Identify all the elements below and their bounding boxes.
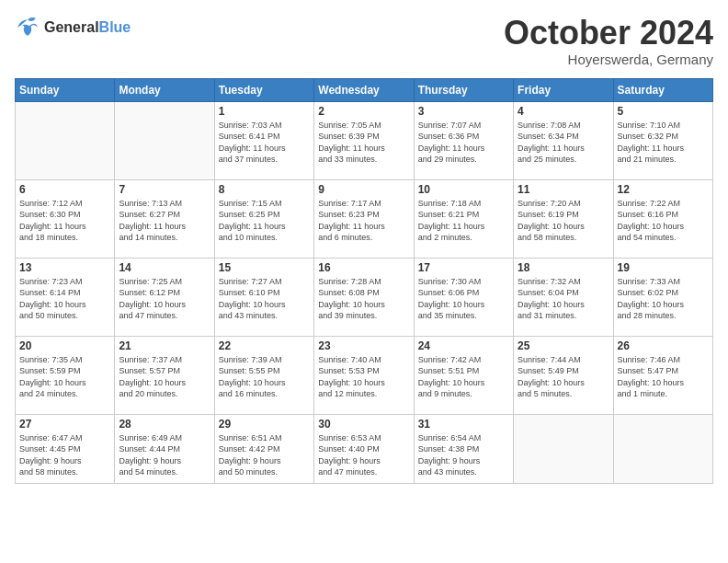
- calendar-cell: 15Sunrise: 7:27 AMSunset: 6:10 PMDayligh…: [214, 258, 313, 336]
- calendar-week-3: 13Sunrise: 7:23 AMSunset: 6:14 PMDayligh…: [16, 258, 713, 336]
- header: GeneralBlue October 2024 Hoyerswerda, Ge…: [15, 15, 713, 67]
- day-info: Sunrise: 7:05 AMSunset: 6:39 PMDaylight:…: [318, 120, 409, 166]
- calendar-cell: 17Sunrise: 7:30 AMSunset: 6:06 PMDayligh…: [414, 258, 513, 336]
- day-number: 20: [19, 339, 110, 352]
- day-number: 9: [318, 183, 409, 196]
- day-number: 31: [418, 418, 509, 431]
- day-info: Sunrise: 6:49 AMSunset: 4:44 PMDaylight:…: [119, 432, 210, 478]
- day-info: Sunrise: 7:44 AMSunset: 5:49 PMDaylight:…: [518, 354, 609, 400]
- day-info: Sunrise: 7:28 AMSunset: 6:08 PMDaylight:…: [318, 276, 409, 322]
- col-monday: Monday: [115, 78, 214, 101]
- calendar-cell: 12Sunrise: 7:22 AMSunset: 6:16 PMDayligh…: [613, 179, 712, 258]
- day-info: Sunrise: 7:40 AMSunset: 5:53 PMDaylight:…: [318, 354, 409, 400]
- calendar-cell: 8Sunrise: 7:15 AMSunset: 6:25 PMDaylight…: [214, 179, 313, 258]
- location: Hoyerswerda, Germany: [504, 52, 713, 67]
- col-thursday: Thursday: [414, 78, 513, 101]
- calendar-week-5: 27Sunrise: 6:47 AMSunset: 4:45 PMDayligh…: [16, 414, 713, 483]
- day-number: 5: [618, 105, 709, 118]
- day-info: Sunrise: 6:53 AMSunset: 4:40 PMDaylight:…: [318, 432, 409, 478]
- calendar-cell: 24Sunrise: 7:42 AMSunset: 5:51 PMDayligh…: [414, 336, 513, 414]
- calendar-cell: 25Sunrise: 7:44 AMSunset: 5:49 PMDayligh…: [514, 336, 613, 414]
- header-row: Sunday Monday Tuesday Wednesday Thursday…: [16, 78, 713, 101]
- day-number: 13: [19, 261, 110, 274]
- day-number: 27: [19, 418, 110, 431]
- day-number: 15: [219, 261, 310, 274]
- day-info: Sunrise: 6:47 AMSunset: 4:45 PMDaylight:…: [19, 432, 110, 478]
- logo-icon: [15, 15, 40, 40]
- calendar-cell: 4Sunrise: 7:08 AMSunset: 6:34 PMDaylight…: [514, 101, 613, 179]
- day-info: Sunrise: 7:07 AMSunset: 6:36 PMDaylight:…: [418, 120, 509, 166]
- calendar-body: 1Sunrise: 7:03 AMSunset: 6:41 PMDaylight…: [16, 101, 713, 483]
- day-number: 24: [418, 339, 509, 352]
- col-saturday: Saturday: [613, 78, 712, 101]
- col-wednesday: Wednesday: [314, 78, 414, 101]
- day-number: 8: [219, 183, 310, 196]
- day-number: 21: [119, 339, 210, 352]
- calendar-cell: 23Sunrise: 7:40 AMSunset: 5:53 PMDayligh…: [314, 336, 414, 414]
- calendar-cell: 28Sunrise: 6:49 AMSunset: 4:44 PMDayligh…: [115, 414, 214, 483]
- calendar-week-4: 20Sunrise: 7:35 AMSunset: 5:59 PMDayligh…: [16, 336, 713, 414]
- day-number: 28: [119, 418, 210, 431]
- calendar-cell: 6Sunrise: 7:12 AMSunset: 6:30 PMDaylight…: [16, 179, 115, 258]
- day-number: 17: [418, 261, 509, 274]
- day-info: Sunrise: 7:18 AMSunset: 6:21 PMDaylight:…: [418, 198, 509, 244]
- day-info: Sunrise: 7:15 AMSunset: 6:25 PMDaylight:…: [219, 198, 310, 244]
- calendar-cell: [115, 101, 214, 179]
- col-sunday: Sunday: [16, 78, 115, 101]
- day-number: 16: [318, 261, 409, 274]
- calendar-cell: 9Sunrise: 7:17 AMSunset: 6:23 PMDaylight…: [314, 179, 414, 258]
- day-info: Sunrise: 7:27 AMSunset: 6:10 PMDaylight:…: [219, 276, 310, 322]
- day-info: Sunrise: 6:54 AMSunset: 4:38 PMDaylight:…: [418, 432, 509, 478]
- logo-text: GeneralBlue: [44, 19, 131, 36]
- day-info: Sunrise: 6:51 AMSunset: 4:42 PMDaylight:…: [219, 432, 310, 478]
- day-number: 14: [119, 261, 210, 274]
- day-info: Sunrise: 7:12 AMSunset: 6:30 PMDaylight:…: [19, 198, 110, 244]
- day-number: 4: [518, 105, 609, 118]
- calendar-cell: 7Sunrise: 7:13 AMSunset: 6:27 PMDaylight…: [115, 179, 214, 258]
- day-info: Sunrise: 7:23 AMSunset: 6:14 PMDaylight:…: [19, 276, 110, 322]
- day-info: Sunrise: 7:08 AMSunset: 6:34 PMDaylight:…: [518, 120, 609, 166]
- calendar-week-1: 1Sunrise: 7:03 AMSunset: 6:41 PMDaylight…: [16, 101, 713, 179]
- calendar-cell: 20Sunrise: 7:35 AMSunset: 5:59 PMDayligh…: [16, 336, 115, 414]
- day-info: Sunrise: 7:46 AMSunset: 5:47 PMDaylight:…: [618, 354, 709, 400]
- day-number: 11: [518, 183, 609, 196]
- day-info: Sunrise: 7:22 AMSunset: 6:16 PMDaylight:…: [618, 198, 709, 244]
- day-number: 10: [418, 183, 509, 196]
- col-tuesday: Tuesday: [214, 78, 313, 101]
- month-title: October 2024: [504, 15, 713, 52]
- day-number: 25: [518, 339, 609, 352]
- calendar-week-2: 6Sunrise: 7:12 AMSunset: 6:30 PMDaylight…: [16, 179, 713, 258]
- calendar-cell: 21Sunrise: 7:37 AMSunset: 5:57 PMDayligh…: [115, 336, 214, 414]
- calendar-cell: 18Sunrise: 7:32 AMSunset: 6:04 PMDayligh…: [514, 258, 613, 336]
- day-info: Sunrise: 7:35 AMSunset: 5:59 PMDaylight:…: [19, 354, 110, 400]
- calendar-cell: [16, 101, 115, 179]
- logo: GeneralBlue: [15, 15, 131, 40]
- day-info: Sunrise: 7:13 AMSunset: 6:27 PMDaylight:…: [119, 198, 210, 244]
- day-info: Sunrise: 7:37 AMSunset: 5:57 PMDaylight:…: [119, 354, 210, 400]
- day-number: 29: [219, 418, 310, 431]
- title-section: October 2024 Hoyerswerda, Germany: [504, 15, 713, 67]
- day-info: Sunrise: 7:42 AMSunset: 5:51 PMDaylight:…: [418, 354, 509, 400]
- calendar-cell: 30Sunrise: 6:53 AMSunset: 4:40 PMDayligh…: [314, 414, 414, 483]
- calendar-cell: 3Sunrise: 7:07 AMSunset: 6:36 PMDaylight…: [414, 101, 513, 179]
- calendar-table: Sunday Monday Tuesday Wednesday Thursday…: [15, 78, 713, 484]
- day-number: 6: [19, 183, 110, 196]
- day-info: Sunrise: 7:33 AMSunset: 6:02 PMDaylight:…: [618, 276, 709, 322]
- calendar-cell: 13Sunrise: 7:23 AMSunset: 6:14 PMDayligh…: [16, 258, 115, 336]
- day-number: 18: [518, 261, 609, 274]
- calendar-cell: 5Sunrise: 7:10 AMSunset: 6:32 PMDaylight…: [613, 101, 712, 179]
- calendar-cell: [613, 414, 712, 483]
- day-number: 2: [318, 105, 409, 118]
- day-number: 22: [219, 339, 310, 352]
- day-number: 30: [318, 418, 409, 431]
- day-number: 19: [618, 261, 709, 274]
- day-info: Sunrise: 7:32 AMSunset: 6:04 PMDaylight:…: [518, 276, 609, 322]
- day-number: 26: [618, 339, 709, 352]
- day-number: 1: [219, 105, 310, 118]
- calendar-cell: 29Sunrise: 6:51 AMSunset: 4:42 PMDayligh…: [214, 414, 313, 483]
- day-info: Sunrise: 7:30 AMSunset: 6:06 PMDaylight:…: [418, 276, 509, 322]
- calendar-cell: [514, 414, 613, 483]
- calendar-cell: 16Sunrise: 7:28 AMSunset: 6:08 PMDayligh…: [314, 258, 414, 336]
- day-number: 3: [418, 105, 509, 118]
- calendar-cell: 11Sunrise: 7:20 AMSunset: 6:19 PMDayligh…: [514, 179, 613, 258]
